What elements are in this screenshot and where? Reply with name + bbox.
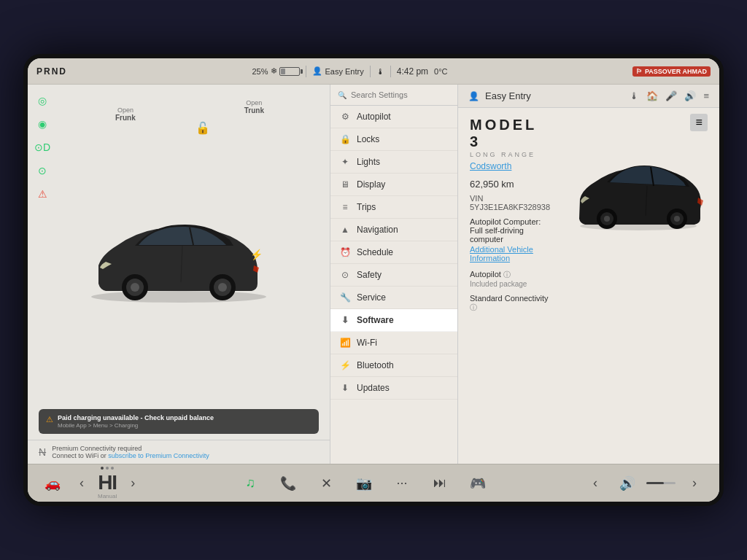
warning-triangle-icon: ⚠ [46,415,53,424]
search-bar: 🔍 [330,85,457,106]
car-button[interactable]: 🚗 [39,470,66,497]
lock-icon: 🔒 [339,134,351,144]
header-actions: 🌡 🏠 🎤 🔊 ≡ [630,90,709,101]
settings-label-bluetooth: Bluetooth [357,360,394,370]
progress-dots [101,467,114,470]
right-content: MODEL 3 LONG RANGE Codsworth 62,950 km V… [458,108,719,464]
taskbar-center: ♫ 📞 ✕ 📷 ··· ⏭ 🎮 [237,470,491,497]
close-button[interactable]: ✕ [313,470,339,497]
prev-button[interactable]: ‹ [69,470,95,497]
settings-item-bluetooth[interactable]: ⚡ Bluetooth [330,354,457,377]
bluetooth-icon: ❄ [271,66,277,76]
volume-bar [646,482,676,484]
autopilot-icon: ⚙ [339,112,351,122]
prnd-display: PRND [36,66,67,77]
settings-label-locks: Locks [357,134,379,144]
car-name-section: MODEL 3 LONG RANGE Codsworth [470,108,550,171]
next-button[interactable]: › [120,470,146,497]
taskbar: 🚗 ‹ HI Manual › ♫ 📞 ✕ 📷 ··· [28,464,719,502]
car-svg-right [569,137,708,232]
battery-percent: 25% [252,67,268,76]
settings-item-software[interactable]: ⬇ Software [330,309,457,332]
service-icon: 🔧 [339,292,351,303]
settings-panel: 🔍 ⚙ Autopilot 🔒 Locks ✦ Lights [330,85,458,464]
svg-text:⚡: ⚡ [250,249,263,261]
search-input[interactable] [351,90,450,99]
settings-item-navigation[interactable]: ▲ Navigation [330,219,457,241]
settings-item-updates[interactable]: ⬇ Updates [330,377,457,400]
bluetooth-icon: ⚡ [339,360,351,370]
easy-entry-status[interactable]: 👤 Easy Entry [312,66,364,76]
autopilot-info-icon[interactable]: ⓘ [503,271,511,279]
car-model-subtitle: LONG RANGE [470,151,550,158]
settings-item-display[interactable]: 🖥 Display [330,174,457,196]
trips-icon: ≡ [339,202,351,212]
camera-button[interactable]: 📷 [351,470,377,497]
taskbar-right: ‹ 🔊 › [582,470,708,497]
connectivity-label: Standard Connectivity [470,294,549,303]
main-content: ◎ ◉ ⊙D ⊙ ⚠ Open Frunk 🔓 Open Trunk [28,85,719,464]
car-info: MODEL 3 LONG RANGE Codsworth 62,950 km V… [470,108,550,452]
mic-icon[interactable]: 🎤 [665,90,677,101]
hi-display: HI [98,471,117,494]
svg-point-0 [91,291,266,303]
frunk-button[interactable]: Open Frunk [115,106,136,122]
trunk-button[interactable]: Open Trunk [244,99,264,114]
menu-icon-right[interactable]: ≡ [690,114,708,131]
person-icon: 👤 [312,66,322,76]
safety-icon: ⊙ [339,270,351,280]
lock-icon-car: 🔓 [196,121,210,135]
updates-icon: ⬇ [339,383,351,393]
battery-indicator: 25% ❄ [252,66,299,76]
vol-next[interactable]: › [681,470,708,497]
search-icon: 🔍 [338,91,347,99]
vin-number: VIN 5YJ3E1EA8KF328938 [470,194,550,211]
more-button[interactable]: ··· [389,470,415,497]
settings-item-safety[interactable]: ⊙ Safety [330,264,457,287]
wifi-icon: 📶 [339,338,351,348]
hi-section: HI Manual [98,467,117,499]
settings-item-trips[interactable]: ≡ Trips [330,196,457,219]
settings-label-navigation: Navigation [357,225,398,235]
home-icon[interactable]: 🏠 [646,90,658,101]
car-codename-link[interactable]: Codsworth [470,161,550,171]
autopilot-row: Autopilot ⓘ Included package [470,270,550,288]
premium-connectivity-link[interactable]: subscribe to Premium Connectivity [108,452,209,459]
game-button[interactable]: 🎮 [465,470,491,497]
volume-icon[interactable]: 🔊 [614,470,640,497]
car-svg-left: ⚡ [77,189,281,306]
clock: 4:42 pm [397,66,428,77]
settings-item-service[interactable]: 🔧 Service [330,287,457,309]
settings-label-service: Service [357,292,386,303]
status-bar: PRND 25% ❄ 👤 Easy Entry 🌡 4:42 pm 0°C [28,58,719,85]
car-model-name: MODEL 3 [470,117,550,150]
temp-icon[interactable]: 🌡 [630,90,639,101]
spotify-button[interactable]: ♫ [237,470,263,497]
svg-point-4 [131,283,139,292]
settings-item-autopilot[interactable]: ⚙ Autopilot [330,106,457,128]
media-button[interactable]: ⏭ [427,470,453,497]
settings-label-schedule: Schedule [357,247,393,257]
settings-item-wifi[interactable]: 📶 Wi-Fi [330,332,457,354]
passover-badge[interactable]: 🏳 PASSOVER AHMAD [632,66,711,77]
settings-item-schedule[interactable]: ⏰ Schedule [330,241,457,264]
warning-text: Paid charging unavailable - Check unpaid… [58,414,214,429]
connectivity-info-icon[interactable]: ⓘ [470,303,477,311]
autopilot-computer-label: Autopilot Computer: Full self-driving co… [470,217,541,244]
vol-prev[interactable]: ‹ [582,470,608,497]
right-panel: 👤 Easy Entry 🌡 🏠 🎤 🔊 ≡ MODEL 3 [458,85,719,464]
settings-list: ⚙ Autopilot 🔒 Locks ✦ Lights 🖥 Display [330,106,457,464]
more-icon[interactable]: ≡ [703,90,709,101]
manual-label: Manual [98,493,117,499]
phone-button[interactable]: 📞 [275,470,301,497]
settings-item-locks[interactable]: 🔒 Locks [330,128,457,151]
svg-point-17 [674,216,680,222]
speaker-icon[interactable]: 🔊 [684,90,696,101]
car-image-right: ≡ [562,108,708,452]
additional-info-link[interactable]: Additional Vehicle Information [470,245,550,262]
taskbar-left: 🚗 ‹ HI Manual › [39,467,146,499]
settings-item-lights[interactable]: ✦ Lights [330,151,457,174]
connectivity-row: Standard Connectivity ⓘ [470,294,550,313]
settings-label-trips: Trips [357,202,376,212]
dot1 [101,467,104,470]
